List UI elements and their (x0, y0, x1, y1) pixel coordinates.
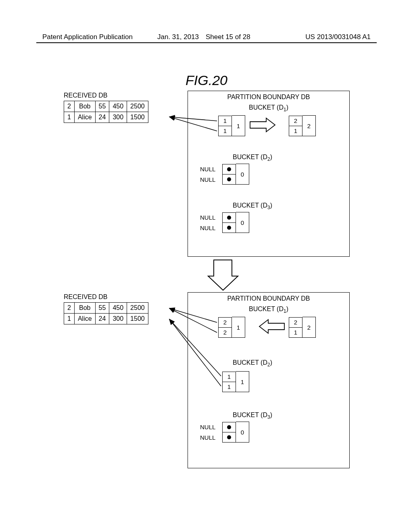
cell: 450 (109, 101, 127, 112)
bucket-d1-left-bottom: 2 2 1 (218, 317, 245, 338)
cell: Bob (74, 101, 95, 112)
bucket-cell: 2 (289, 317, 302, 328)
partition-box-title: PARTITION BOUNDARY DB (188, 94, 349, 101)
bucket-cell (222, 212, 236, 223)
cell: 1 (64, 112, 75, 123)
bucket-suffix: ) (270, 359, 272, 366)
header-rule (36, 42, 377, 43)
cell: Alice (74, 112, 95, 123)
cell: 55 (95, 303, 109, 314)
bucket-d1-label: BUCKET (D1) (236, 104, 301, 112)
bucket-cell: 1 (218, 126, 232, 136)
bucket-cell (222, 422, 236, 432)
bucket-suffix: ) (270, 202, 272, 209)
null-label: NULL (200, 214, 215, 221)
dot-icon (227, 216, 231, 220)
bucket-suffix: ) (286, 104, 288, 111)
null-label: NULL (200, 176, 215, 183)
bucket-count: 0 (236, 422, 249, 443)
bucket-suffix: ) (286, 305, 288, 312)
figure-title: FIG.20 (0, 73, 413, 88)
bucket-prefix: BUCKET (D (249, 104, 284, 111)
cell: 2500 (127, 303, 148, 314)
bucket-cell: 1 (289, 328, 302, 338)
cell: 2 (64, 303, 75, 314)
bucket-d3-label: BUCKET (D3) (220, 411, 285, 420)
bucket-cell: 1 (218, 116, 232, 126)
cell: 1 (64, 314, 75, 324)
bucket-cell: 1 (289, 126, 302, 136)
null-label: NULL (200, 434, 215, 441)
cell: 2 (64, 101, 75, 112)
header-date: Jan. 31, 2013 (157, 33, 199, 41)
bucket-cell (222, 175, 236, 185)
null-label: NULL (200, 424, 215, 430)
cell: 1500 (127, 314, 148, 324)
bucket-prefix: BUCKET (D (249, 305, 284, 312)
bucket-count: 1 (232, 317, 245, 338)
cell: 450 (109, 303, 127, 314)
bucket-d3-top: 0 (222, 212, 249, 233)
bucket-subscript: 1 (284, 107, 286, 112)
bucket-cell: 2 (289, 116, 302, 126)
bucket-d1-left-top: 1 1 1 (218, 115, 245, 136)
cell: Alice (74, 314, 95, 324)
bucket-d3-bottom: 0 (222, 422, 249, 443)
table-row: 2 Bob 55 450 2500 (64, 303, 148, 314)
dot-icon (227, 167, 231, 171)
received-db-label-top: RECEIVED DB (64, 92, 107, 99)
header-number: US 2013/0031048 A1 (305, 33, 371, 41)
bucket-count: 0 (236, 164, 249, 185)
bucket-d1-label: BUCKET (D1) (236, 305, 301, 314)
received-db-table-top: 2 Bob 55 450 2500 1 Alice 24 300 1500 (64, 101, 148, 123)
cell: 2500 (127, 101, 148, 112)
received-db-table-bottom: 2 Bob 55 450 2500 1 Alice 24 300 1500 (64, 302, 148, 324)
arrow-down-icon (208, 260, 238, 290)
bucket-d2-label: BUCKET (D2) (220, 154, 285, 162)
table-row: 2 Bob 55 450 2500 (64, 101, 148, 112)
dot-icon (227, 226, 231, 230)
bucket-d2-top: 0 (222, 164, 249, 185)
bucket-count: 2 (302, 115, 316, 136)
bucket-cell (222, 223, 236, 233)
table-row: 1 Alice 24 300 1500 (64, 112, 148, 123)
bucket-subscript: 2 (267, 362, 270, 368)
cell: 55 (95, 101, 109, 112)
bucket-subscript: 3 (267, 205, 270, 210)
bucket-count: 2 (302, 317, 316, 338)
partition-box-bottom: PARTITION BOUNDARY DB BUCKET (D1) 2 2 1 … (188, 292, 350, 468)
cell: Bob (74, 303, 95, 314)
bucket-suffix: ) (270, 154, 272, 160)
bucket-d2-bottom: 1 1 1 (222, 371, 249, 392)
bucket-cell: 1 (222, 372, 236, 382)
bucket-cell: 2 (218, 328, 232, 338)
bucket-prefix: BUCKET (D (233, 359, 267, 366)
bucket-suffix: ) (270, 411, 272, 418)
bucket-subscript: 1 (284, 308, 286, 314)
bucket-subscript: 3 (267, 414, 270, 420)
bucket-d1-right-bottom: 2 1 2 (289, 317, 316, 338)
cell: 24 (95, 314, 109, 324)
bucket-cell (222, 164, 236, 175)
bucket-cell: 1 (222, 382, 236, 392)
bucket-prefix: BUCKET (D (233, 202, 267, 209)
dot-icon (227, 177, 231, 181)
cell: 24 (95, 112, 109, 123)
bucket-d2-label: BUCKET (D2) (220, 359, 285, 368)
partition-box-top: PARTITION BOUNDARY DB BUCKET (D1) 1 1 1 … (188, 91, 350, 257)
bucket-count: 1 (232, 115, 245, 136)
null-label: NULL (200, 224, 215, 231)
received-db-label-bottom: RECEIVED DB (64, 293, 107, 301)
bucket-cell: 2 (218, 317, 232, 328)
cell: 300 (109, 112, 127, 123)
cell: 1500 (127, 112, 148, 123)
bucket-prefix: BUCKET (D (233, 411, 267, 418)
header-sheet: Sheet 15 of 28 (206, 33, 250, 41)
partition-box-title: PARTITION BOUNDARY DB (188, 295, 349, 302)
bucket-cell (222, 432, 236, 443)
cell: 300 (109, 314, 127, 324)
dot-icon (227, 425, 231, 429)
dot-icon (227, 435, 231, 439)
bucket-prefix: BUCKET (D (233, 154, 267, 160)
bucket-count: 1 (236, 371, 249, 392)
